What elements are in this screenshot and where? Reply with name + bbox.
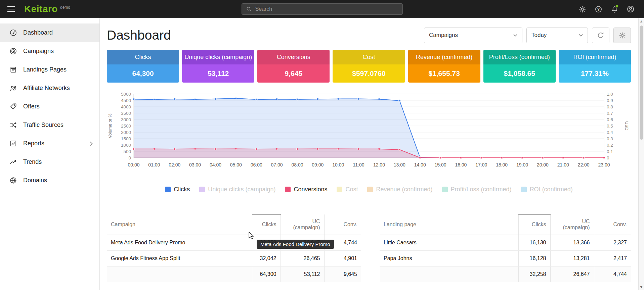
legend-item-profit-loss[interactable]: Profit/Loss (confirmed) — [442, 186, 512, 193]
legend-label: ROI (confirmed) — [530, 186, 573, 193]
legend-label: Revenue (confirmed) — [376, 186, 432, 193]
svg-text:0: 0 — [607, 155, 609, 160]
app-logo[interactable]: Keitaro demo — [24, 4, 70, 14]
svg-text:05:00: 05:00 — [230, 162, 242, 167]
sidebar-item-label: Offers — [23, 103, 40, 110]
scroll-up-arrow[interactable]: ▲ — [639, 19, 644, 23]
column-header-landing-page[interactable]: Landing page — [380, 214, 518, 235]
gauge-icon — [9, 29, 17, 37]
conv-cell[interactable]: 4,901 — [324, 250, 361, 266]
conv-cell[interactable]: 2,327 — [594, 235, 631, 250]
notifications-button[interactable] — [608, 3, 620, 15]
svg-text:00:00: 00:00 — [128, 162, 139, 167]
sidebar-item-offers[interactable]: Offers — [0, 97, 99, 116]
sidebar-item-traffic-sources[interactable]: Traffic Sources — [0, 116, 99, 134]
landing-name[interactable]: Papa Johns — [380, 250, 518, 266]
svg-text:22:00: 22:00 — [578, 162, 590, 167]
svg-text:0.7: 0.7 — [607, 111, 613, 116]
user-menu-button[interactable] — [625, 3, 637, 15]
refresh-button[interactable] — [592, 28, 609, 43]
sidebar-item-domains[interactable]: Domains — [0, 171, 99, 190]
metric-card-value: $597.0760 — [333, 64, 405, 83]
sidebar-item-affiliate-networks[interactable]: Affiliate Networks — [0, 79, 99, 97]
dashboard-chart-svg: 005000.110000.215000.320000.425000.53000… — [107, 91, 629, 178]
refresh-icon — [597, 32, 604, 39]
clicks-cell[interactable]: 32,042 — [252, 250, 281, 266]
metric-card-clicks: Clicks 64,300 — [107, 50, 179, 83]
svg-text:USD: USD — [624, 121, 629, 130]
totals-uc: 26,647 — [550, 266, 594, 282]
date-range-select[interactable]: Today — [526, 28, 588, 43]
legend-item-roi[interactable]: ROI (confirmed) — [521, 186, 573, 193]
svg-text:0.8: 0.8 — [607, 104, 613, 109]
people-icon — [9, 84, 17, 92]
svg-text:14:00: 14:00 — [414, 162, 426, 167]
vertical-scrollbar[interactable]: ▲ ▼ — [638, 18, 644, 290]
conv-cell[interactable]: 2,417 — [594, 250, 631, 266]
totals-row: 32,258 26,647 4,744 — [380, 266, 631, 282]
help-button[interactable]: ? — [592, 3, 604, 15]
totals-label — [380, 266, 518, 282]
sidebar-item-label: Affiliate Networks — [23, 85, 70, 92]
legend-item-revenue[interactable]: Revenue (confirmed) — [367, 186, 432, 193]
sidebar-item-label: Campaigns — [23, 48, 54, 55]
legend-item-unique-clicks[interactable]: Unique clicks (campaign) — [199, 186, 275, 193]
traffic-chart: 005000.110000.215000.320000.425000.53000… — [107, 91, 631, 178]
svg-text:500: 500 — [123, 149, 131, 154]
legend-label: Clicks — [174, 186, 190, 193]
metric-card-value: 64,300 — [107, 64, 179, 83]
svg-text:12:00: 12:00 — [373, 162, 385, 167]
svg-text:20:00: 20:00 — [537, 162, 549, 167]
svg-text:0.6: 0.6 — [607, 117, 613, 122]
column-header-uc-campaign[interactable]: UC (campaign) — [281, 214, 324, 235]
column-header-campaign[interactable]: Campaign — [107, 214, 252, 235]
legend-item-clicks[interactable]: Clicks — [165, 186, 190, 193]
svg-text:15:00: 15:00 — [435, 162, 446, 167]
column-header-conv[interactable]: Conv. — [324, 214, 361, 235]
uc-cell[interactable]: 13,366 — [550, 235, 594, 250]
clicks-cell[interactable]: 16,130 — [518, 235, 550, 250]
uc-cell[interactable]: 13,281 — [550, 250, 594, 266]
settings-button[interactable] — [576, 3, 588, 15]
column-header-clicks[interactable]: Clicks — [252, 214, 281, 235]
table-row[interactable]: Little Caesars 16,130 13,366 2,327 — [380, 235, 631, 250]
svg-text:0: 0 — [128, 155, 131, 160]
table-row[interactable]: Google Ads Fitness App Split 32,042 26,4… — [107, 250, 361, 266]
search-input[interactable] — [255, 6, 398, 12]
svg-text:11:00: 11:00 — [353, 162, 364, 167]
svg-text:1500: 1500 — [121, 136, 131, 141]
scrollbar-thumb[interactable] — [640, 26, 643, 140]
grouping-select[interactable]: Campaigns — [424, 28, 522, 43]
sidebar-item-campaigns[interactable]: Campaigns — [0, 42, 99, 60]
sidebar-item-reports[interactable]: Reports — [0, 134, 99, 153]
logo-text: Keitaro — [24, 4, 58, 14]
campaign-name[interactable]: Google Ads Fitness App Split — [107, 250, 252, 266]
uc-cell[interactable]: 26,465 — [281, 250, 324, 266]
legend-item-conversions[interactable]: Conversions — [285, 186, 327, 193]
column-header-uc-campaign[interactable]: UC (campaign) — [550, 214, 594, 235]
svg-text:?: ? — [597, 7, 599, 11]
dashboard-settings-button[interactable] — [613, 28, 631, 43]
campaign-name[interactable]: Meta Ads Food Delivery Promo — [107, 235, 252, 250]
legend-item-cost[interactable]: Cost — [337, 186, 358, 193]
global-search[interactable] — [242, 3, 403, 15]
page-title: Dashboard — [107, 28, 171, 43]
sidebar-item-label: Reports — [23, 140, 44, 147]
hamburger-menu-button[interactable] — [7, 4, 17, 14]
scroll-down-arrow[interactable]: ▼ — [639, 285, 644, 289]
clicks-cell[interactable]: 16,128 — [518, 250, 550, 266]
sidebar-item-trends[interactable]: Trends — [0, 153, 99, 171]
sidebar-item-label: Traffic Sources — [23, 122, 63, 129]
sidebar-item-dashboard[interactable]: Dashboard — [0, 23, 99, 42]
logo-badge: demo — [60, 5, 70, 10]
gear-icon — [619, 32, 626, 39]
user-avatar-icon — [627, 5, 635, 13]
column-header-clicks[interactable]: Clicks — [518, 214, 550, 235]
landing-name[interactable]: Little Caesars — [380, 235, 518, 250]
chart-legend: Clicks Unique clicks (campaign) Conversi… — [107, 186, 631, 193]
sidebar-item-landings-pages[interactable]: Landings Pages — [0, 60, 99, 79]
column-header-conv[interactable]: Conv. — [594, 214, 631, 235]
target-icon — [9, 47, 17, 55]
table-row[interactable]: Papa Johns 16,128 13,281 2,417 — [380, 250, 631, 266]
notification-dot — [615, 5, 618, 8]
